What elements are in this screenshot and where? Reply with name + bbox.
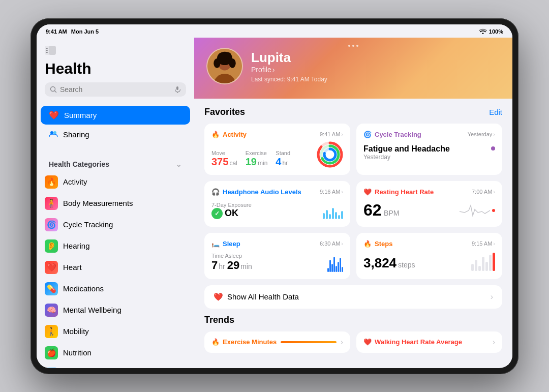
sidebar-item-activity[interactable]: 🔥 Activity: [37, 171, 194, 193]
sleep-minutes: 29: [227, 259, 239, 272]
bpm-value: 62: [363, 201, 382, 219]
activity-card-header: 🔥 Activity 9:41 AM ›: [211, 131, 343, 138]
trend-heart-rate-card[interactable]: ❤️ Walking Heart Rate Average ›: [356, 331, 502, 353]
edit-button[interactable]: Edit: [489, 108, 502, 116]
ok-icon: ✓: [211, 208, 223, 219]
cycle-event-title: Fatigue and Headache: [363, 144, 450, 154]
cycle-time: Yesterday: [468, 131, 493, 137]
hearing-label: Hearing: [63, 242, 90, 250]
status-bar-right: 100%: [479, 28, 503, 35]
activity-card[interactable]: 🔥 Activity 9:41 AM ›: [204, 124, 350, 175]
main-area: Lupita Profile › Last synced: 9:41 AM To…: [194, 38, 512, 368]
sidebar-item-heart[interactable]: ❤️ Heart: [37, 257, 194, 278]
mobility-label: Mobility: [63, 327, 89, 336]
trends-title: Trends: [204, 315, 234, 325]
mic-icon[interactable]: [174, 86, 181, 93]
bpm-unit: BPM: [384, 209, 399, 217]
steps-title: Steps: [375, 240, 392, 248]
sleep-chart: [327, 254, 343, 272]
heartbeat-chart: [460, 201, 490, 220]
cycle-tracking-card[interactable]: 🌀 Cycle Tracking Yesterday ›: [356, 124, 502, 175]
activity-icon: 🔥: [45, 175, 58, 189]
heart-rate-icon: ❤️: [363, 188, 372, 196]
chart-bar: [493, 253, 495, 271]
ipad-screen: 9:41 AM Mon Jun 5 100%: [37, 24, 512, 368]
chart-bar: [478, 266, 481, 271]
trend-heart-rate-left: ❤️ Walking Heart Rate Average: [363, 338, 462, 346]
heart-rate-card[interactable]: ❤️ Resting Heart Rate 7:00 AM ›: [356, 181, 502, 227]
sleep-hours: 7: [211, 259, 218, 272]
sidebar-toggle-button[interactable]: [45, 46, 59, 57]
search-input[interactable]: [60, 85, 171, 94]
respiratory-icon: 🫁: [45, 368, 58, 368]
sleep-card[interactable]: 🛏️ Sleep 6:30 AM › Time Aslee: [204, 233, 350, 279]
sidebar-item-nutrition[interactable]: 🍎 Nutrition: [37, 342, 194, 364]
status-bar: 9:41 AM Mon Jun 5 100%: [37, 24, 512, 38]
show-all-chevron: ›: [491, 292, 493, 301]
sidebar-item-medications[interactable]: 💊 Medications: [37, 278, 194, 299]
nutrition-icon: 🍎: [45, 346, 58, 359]
activity-card-body: Move 375 cal Exercise: [211, 141, 343, 168]
headphone-card[interactable]: 🎧 Headphone Audio Levels 9:16 AM ›: [204, 181, 350, 227]
search-bar[interactable]: [45, 82, 186, 97]
stand-unit: hr: [282, 160, 288, 167]
sleep-title: Sleep: [223, 240, 240, 248]
heart-rate-title: Resting Heart Rate: [375, 188, 434, 196]
body-measurements-label: Body Measurements: [63, 199, 133, 207]
activity-card-title: Activity: [223, 131, 247, 138]
banner-dot-2: [352, 45, 354, 47]
profile-link[interactable]: Profile ›: [251, 66, 327, 74]
sharing-icon: [49, 129, 58, 140]
sidebar: Health: [37, 38, 194, 368]
sidebar-item-body-measurements[interactable]: 🧍 Body Measurements: [37, 193, 194, 214]
chart-bar: [338, 262, 339, 272]
favorites-grid: 🔥 Activity 9:41 AM ›: [204, 124, 502, 279]
sidebar-item-mobility[interactable]: 🚶 Mobility: [37, 321, 194, 342]
favorites-header: Favorites Edit: [204, 107, 502, 117]
heart-icon: ❤️: [45, 261, 58, 274]
sidebar-item-summary[interactable]: ❤️ Summary: [41, 106, 190, 125]
steps-card[interactable]: 🔥 Steps 9:15 AM › 3,824: [356, 233, 502, 279]
favorites-title: Favorites: [204, 107, 245, 117]
wifi-icon: [479, 28, 487, 35]
sidebar-header: Health: [37, 43, 194, 102]
sidebar-item-sharing[interactable]: Sharing: [41, 125, 190, 145]
trend-exercise-icon: 🔥: [211, 338, 220, 346]
chevron-down-icon[interactable]: ⌄: [176, 160, 182, 168]
sidebar-item-cycle-tracking[interactable]: 🌀 Cycle Tracking: [37, 214, 194, 235]
steps-value: 3,824: [363, 255, 396, 271]
sidebar-item-respiratory[interactable]: 🫁 Respiratory: [37, 364, 194, 368]
sidebar-item-mental-wellbeing[interactable]: 🧠 Mental Wellbeing: [37, 299, 194, 321]
move-unit: cal: [229, 160, 237, 167]
trend-exercise-card[interactable]: 🔥 Exercise Minutes ›: [204, 331, 350, 353]
sidebar-item-hearing[interactable]: 👂 Hearing: [37, 235, 194, 257]
chart-bar: [340, 258, 341, 272]
sleep-label: Time Asleep: [211, 253, 252, 259]
profile-avatar[interactable]: [206, 48, 243, 84]
activity-time: 9:41 AM: [320, 131, 340, 137]
ipad-frame: 9:41 AM Mon Jun 5 100%: [30, 18, 518, 374]
trend-heart-rate-label: Walking Heart Rate Average: [375, 338, 462, 346]
search-icon: [50, 86, 57, 93]
chart-bar: [471, 264, 474, 271]
heart-label: Heart: [63, 263, 82, 272]
chart-bar: [342, 267, 343, 272]
show-all-card[interactable]: ❤️ Show All Health Data ›: [204, 285, 502, 309]
chart-bar: [323, 213, 325, 219]
profile-name: Lupita: [251, 50, 327, 66]
show-all-left: ❤️ Show All Health Data: [214, 292, 299, 301]
chart-bar: [489, 255, 492, 271]
chart-bar: [485, 262, 488, 271]
battery-icon: 100%: [489, 28, 503, 35]
chart-bar: [329, 260, 331, 272]
health-categories-header: Health Categories ⌄: [37, 155, 194, 171]
mental-wellbeing-icon: 🧠: [45, 304, 58, 317]
summary-label: Summary: [64, 111, 97, 119]
nutrition-label: Nutrition: [63, 348, 92, 357]
summary-icon: ❤️: [49, 110, 59, 120]
cycle-event-sub: Yesterday: [363, 154, 450, 161]
chart-bar: [331, 264, 333, 272]
cycle-content: Fatigue and Headache Yesterday: [363, 144, 450, 161]
banner-dot-3: [356, 45, 358, 47]
cycle-card-icon: 🌀: [363, 131, 372, 138]
